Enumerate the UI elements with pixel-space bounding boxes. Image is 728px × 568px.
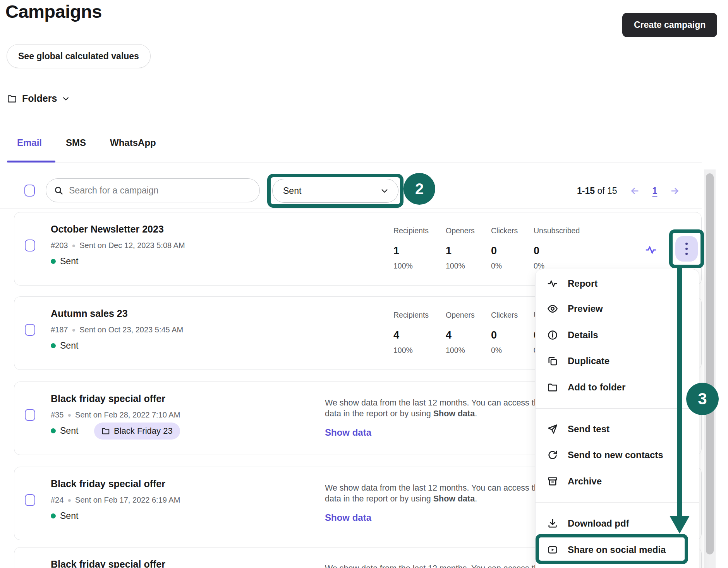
campaign-title[interactable]: Black friday special offer [51, 478, 165, 489]
folder-tag-label: Black Friday 23 [114, 426, 173, 436]
refresh-icon [547, 450, 558, 460]
row-checkbox[interactable] [25, 240, 35, 251]
search-icon [54, 186, 64, 195]
pagination: 1-15 of 15 1 [577, 179, 680, 203]
scrollbar-thumb[interactable] [706, 173, 714, 554]
report-pulse-icon [547, 278, 558, 289]
menu-item-duplicate[interactable]: Duplicate [536, 348, 699, 374]
menu-divider [536, 502, 699, 503]
channel-tabs: Email SMS WhatsApp [17, 137, 156, 148]
status-badge: Sent [51, 340, 78, 351]
data-notice: We show data from the last 12 months. Yo… [325, 397, 544, 419]
status-dot [51, 343, 56, 348]
info-icon [547, 330, 558, 340]
global-values-button[interactable]: See global calculated values [7, 44, 151, 68]
campaign-meta: #35●Sent on Feb 28, 2022 7:10 AM [51, 411, 180, 419]
download-icon [547, 518, 558, 529]
menu-item-send-test[interactable]: Send test [536, 416, 699, 442]
row-checkbox[interactable] [25, 409, 35, 421]
campaign-meta: #24●Sent on Feb 17, 2022 6:19 AM [51, 496, 180, 505]
report-pulse-icon[interactable] [645, 244, 657, 256]
annotation-step-2: 2 [403, 173, 435, 205]
folders-toggle[interactable]: Folders [7, 93, 70, 104]
status-dot [51, 259, 56, 264]
row-checkbox[interactable] [25, 494, 35, 506]
folders-label: Folders [22, 93, 57, 104]
create-campaign-button[interactable]: Create campaign [622, 13, 717, 37]
annotation-step-3: 3 [686, 383, 719, 415]
chevron-down-icon [62, 95, 70, 103]
menu-item-report[interactable]: Report [536, 270, 699, 296]
campaign-title[interactable]: October Newsletter 2023 [51, 224, 164, 235]
status-dot [51, 428, 56, 433]
pagination-prev-icon[interactable] [630, 186, 640, 196]
campaign-title[interactable]: Black friday special offer [51, 393, 165, 404]
select-all-checkbox[interactable] [24, 185, 35, 197]
annotation-arrow-line [677, 268, 682, 518]
menu-item-archive[interactable]: Archive [536, 468, 699, 494]
search-input[interactable] [69, 185, 252, 196]
folder-tag-chip[interactable]: Black Friday 23 [94, 423, 180, 440]
row-kebab-menu-button[interactable] [675, 236, 698, 262]
pagination-next-icon[interactable] [670, 186, 680, 196]
tabs-baseline [7, 162, 702, 163]
folder-icon [7, 94, 17, 104]
folder-icon [101, 427, 110, 435]
archive-icon [547, 476, 558, 487]
tab-whatsapp[interactable]: WhatsApp [110, 137, 156, 148]
active-tab-underline [7, 161, 55, 163]
tab-sms[interactable]: SMS [66, 137, 86, 148]
menu-item-preview[interactable]: Preview [536, 296, 699, 322]
menu-divider [536, 408, 699, 409]
campaign-meta: #203●Sent on Dec 12, 2023 5:08 AM [51, 241, 185, 250]
campaign-title[interactable]: Autumn sales 23 [51, 308, 128, 319]
folder-icon [547, 382, 558, 393]
duplicate-icon [547, 356, 558, 366]
show-data-link[interactable]: Show data [325, 427, 371, 438]
page-title: Campaigns [5, 1, 102, 22]
eye-icon [547, 303, 558, 314]
menu-item-add-to-folder[interactable]: Add to folder [536, 374, 699, 400]
toolbar-divider [0, 208, 702, 209]
show-data-link[interactable]: Show data [325, 512, 371, 523]
tab-email[interactable]: Email [17, 137, 42, 148]
pagination-range: 1-15 of 15 [577, 186, 617, 196]
menu-item-details[interactable]: Details [536, 322, 699, 348]
annotation-arrow-head [670, 516, 690, 534]
status-dot [51, 513, 56, 518]
campaign-title[interactable]: Black friday special offer [51, 559, 165, 568]
annotation-box-share [536, 534, 688, 564]
status-badge: Sent [51, 256, 78, 267]
search-box [46, 178, 260, 202]
send-icon [547, 424, 558, 435]
row-checkbox[interactable] [25, 324, 35, 336]
campaign-meta: #187●Sent on Oct 23, 2023 5:45 AM [51, 325, 183, 334]
data-notice: We show data from the last 12 months. Yo… [325, 482, 544, 504]
status-badge: Sent [51, 511, 78, 521]
data-notice: We show data from the last 12 months. Yo… [325, 563, 544, 568]
status-badge: Sent [51, 426, 78, 436]
annotation-box-filter [267, 174, 403, 208]
pagination-page-1[interactable]: 1 [652, 186, 658, 196]
menu-item-send-new-contacts[interactable]: Send to new contacts [536, 442, 699, 468]
